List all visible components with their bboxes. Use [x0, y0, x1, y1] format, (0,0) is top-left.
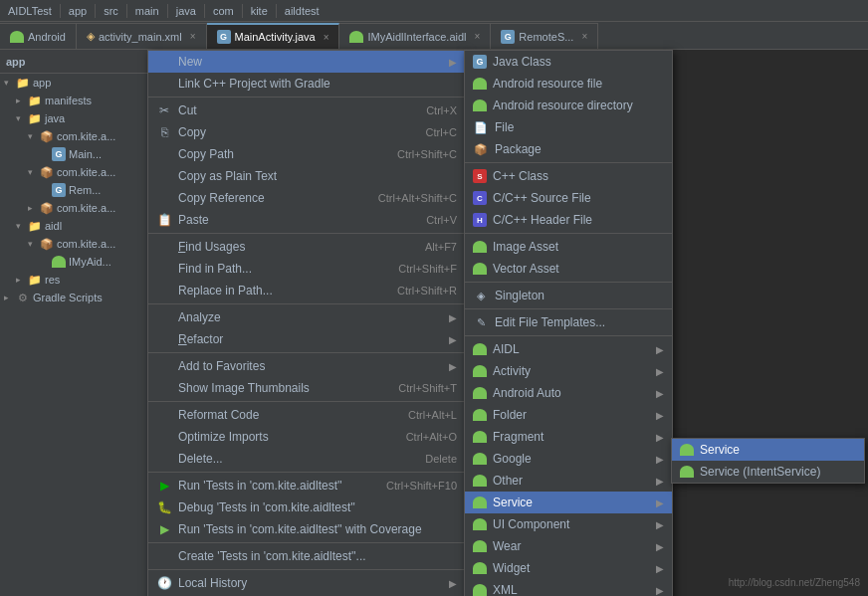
menu-item-refactor[interactable]: Refactor ▶: [148, 328, 465, 350]
tab-remotes-close[interactable]: ×: [581, 31, 587, 42]
toolbar-com[interactable]: com: [209, 4, 238, 18]
menu2-other[interactable]: Other ▶: [465, 470, 672, 492]
toolbar-app[interactable]: app: [65, 4, 91, 18]
menu-item-run-tests[interactable]: ▶ Run 'Tests in 'com.kite.aidltest'' Ctr…: [148, 475, 465, 497]
menu-item-optimize[interactable]: Optimize Imports Ctrl+Alt+O: [148, 426, 465, 448]
menu-item-copy-ref[interactable]: Copy Reference Ctrl+Alt+Shift+C: [148, 187, 465, 209]
menu-item-local-history[interactable]: 🕐 Local History ▶: [148, 572, 465, 594]
menu3-service-intentservice[interactable]: Service (IntentService): [672, 461, 864, 483]
menu-item-replace-path[interactable]: Replace in Path... Ctrl+Shift+R: [148, 280, 465, 301]
tab-remotes[interactable]: G RemoteS... ×: [491, 23, 598, 49]
tree-label-imyaidl: IMyAid...: [69, 256, 111, 268]
menu-item-favorites[interactable]: Add to Favorites ▶: [148, 355, 465, 377]
tab-android[interactable]: Android: [0, 23, 77, 49]
tree-arrow-aidl: ▾: [16, 221, 28, 231]
menu2-folder[interactable]: Folder ▶: [465, 404, 672, 426]
menu2-cpp-header[interactable]: H C/C++ Header File: [465, 209, 672, 231]
menu2-widget[interactable]: Widget ▶: [465, 557, 672, 579]
menu2-ui-component[interactable]: UI Component ▶: [465, 513, 672, 535]
menu-label-reformat: Reformat Code: [178, 408, 388, 422]
menu-item-cut[interactable]: ✂ Cut Ctrl+X: [148, 99, 465, 121]
tree-item-rem[interactable]: G Rem...: [36, 181, 148, 199]
menu-item-analyze[interactable]: Analyze ▶: [148, 306, 465, 328]
menu2-label-android-resource-dir: Android resource directory: [493, 99, 664, 112]
menu-item-thumbnails[interactable]: Show Image Thumbnails Ctrl+Shift+T: [148, 377, 465, 399]
menu2-label-package: Package: [495, 142, 664, 156]
toolbar-java[interactable]: java: [172, 4, 200, 18]
menu-item-debug-tests[interactable]: 🐛 Debug 'Tests in 'com.kite.aidltest'': [148, 497, 465, 518]
menu2-arrow-ui-component: ▶: [656, 519, 664, 530]
menu2-aidl[interactable]: AIDL ▶: [465, 338, 672, 360]
menu-item-find-usages[interactable]: Find Usages Alt+F7: [148, 236, 465, 258]
menu2-wear[interactable]: Wear ▶: [465, 535, 672, 557]
menu2-cpp-source[interactable]: C C/C++ Source File: [465, 187, 672, 209]
menu2-arrow-google: ▶: [656, 454, 664, 465]
tree-item-java[interactable]: ▾ 📁 java: [12, 109, 148, 127]
menu2-service[interactable]: Service ▶: [465, 492, 672, 513]
menu2-file[interactable]: 📄 File: [465, 116, 672, 138]
menu2-java-class[interactable]: G Java Class: [465, 51, 672, 73]
tab-activity-xml[interactable]: ◈ activity_main.xml ×: [77, 23, 207, 49]
tree-item-manifests[interactable]: ▸ 📁 manifests: [12, 92, 148, 109]
tree-item-aidl[interactable]: ▾ 📁 aidl: [12, 217, 148, 235]
toolbar-aildtest[interactable]: aildtest: [281, 4, 324, 18]
menu2-android-resource-file[interactable]: Android resource file: [465, 73, 672, 95]
menu-item-create-tests[interactable]: Create 'Tests in 'com.kite.aidltest''...: [148, 545, 465, 567]
shortcut-copy: Ctrl+C: [426, 126, 457, 138]
menu2-image-asset[interactable]: Image Asset: [465, 236, 672, 258]
toolbar-main[interactable]: main: [131, 4, 163, 18]
tree-item-main[interactable]: G Main...: [36, 145, 148, 163]
menu2-sep-5: [465, 335, 672, 336]
menu2-android-auto[interactable]: Android Auto ▶: [465, 382, 672, 404]
menu2-activity[interactable]: Activity ▶: [465, 360, 672, 382]
tree-item-com-kite-3[interactable]: ▸ 📦 com.kite.a...: [24, 199, 148, 217]
menu2-arrow-aidl: ▶: [656, 344, 664, 355]
folder-icon-java: 📁: [28, 111, 42, 125]
menu2-android-resource-dir[interactable]: Android resource directory: [465, 95, 672, 116]
menu2-google[interactable]: Google ▶: [465, 448, 672, 470]
menu-label-delete: Delete...: [178, 452, 405, 466]
tab-java-close[interactable]: ×: [324, 32, 329, 43]
menu2-singleton[interactable]: ◈ Singleton: [465, 285, 672, 306]
tree-item-app[interactable]: ▾ 📁 app: [0, 74, 148, 92]
package-icon-1: 📦: [40, 129, 54, 143]
menu-item-copy[interactable]: ⎘ Copy Ctrl+C: [148, 121, 465, 143]
toolbar-sep-5: [204, 4, 205, 18]
menu-item-copy-path[interactable]: Copy Path Ctrl+Shift+C: [148, 143, 465, 165]
menu-item-run-coverage[interactable]: ▶ Run 'Tests in 'com.kite.aidltest'' wit…: [148, 518, 465, 540]
menu-item-new[interactable]: New ▶: [148, 51, 465, 73]
shortcut-replace-path: Ctrl+Shift+R: [397, 285, 457, 297]
menu2-fragment[interactable]: Fragment ▶: [465, 426, 672, 448]
tree-item-com-kite-1[interactable]: ▾ 📦 com.kite.a...: [24, 127, 148, 145]
tree-item-com-aidl[interactable]: ▾ 📦 com.kite.a...: [24, 235, 148, 253]
tab-aidl-close[interactable]: ×: [475, 31, 481, 42]
tree-item-gradle[interactable]: ▸ ⚙ Gradle Scripts: [0, 289, 148, 306]
menu-item-copy-plain[interactable]: Copy as Plain Text: [148, 165, 465, 187]
menu3-service[interactable]: Service: [672, 439, 864, 461]
delete-icon: [156, 451, 172, 467]
menu2-xml[interactable]: XML ▶: [465, 579, 672, 596]
tab-mainactivity[interactable]: G MainActivity.java ×: [207, 23, 340, 49]
tab-xml-close[interactable]: ×: [190, 31, 196, 42]
menu2-edit-templates[interactable]: ✎ Edit File Templates...: [465, 311, 672, 333]
menu2-package[interactable]: 📦 Package: [465, 138, 672, 160]
remote-icon: G: [501, 30, 515, 44]
toolbar-src[interactable]: src: [100, 4, 122, 18]
menu-item-paste[interactable]: 📋 Paste Ctrl+V: [148, 209, 465, 231]
menu2-arrow-fragment: ▶: [656, 432, 664, 443]
tree-item-imyaidl[interactable]: IMyAid...: [36, 253, 148, 271]
menu-item-find-path[interactable]: Find in Path... Ctrl+Shift+F: [148, 258, 465, 280]
menu-item-link-cpp[interactable]: Link C++ Project with Gradle: [148, 73, 465, 95]
tree-item-com-kite-2[interactable]: ▾ 📦 com.kite.a...: [24, 163, 148, 181]
menu2-arrow-xml: ▶: [656, 585, 664, 596]
toolbar-kite[interactable]: kite: [247, 4, 272, 18]
menu2-cpp-class[interactable]: S C++ Class: [465, 165, 672, 187]
folder-icon-res: 📁: [28, 273, 42, 287]
menu2-vector-asset[interactable]: Vector Asset: [465, 258, 672, 280]
menu-item-reformat[interactable]: Reformat Code Ctrl+Alt+L: [148, 404, 465, 426]
tree-item-res[interactable]: ▸ 📁 res: [12, 271, 148, 289]
toolbar-aidltest[interactable]: AIDLTest: [4, 4, 56, 18]
sidebar: app ▾ 📁 app ▸ 📁 manifests ▾ 📁 java ▾ 📦 c…: [0, 50, 149, 596]
menu-item-delete[interactable]: Delete... Delete: [148, 448, 465, 470]
tab-aidl[interactable]: IMyAidlInterface.aidl ×: [339, 23, 491, 49]
